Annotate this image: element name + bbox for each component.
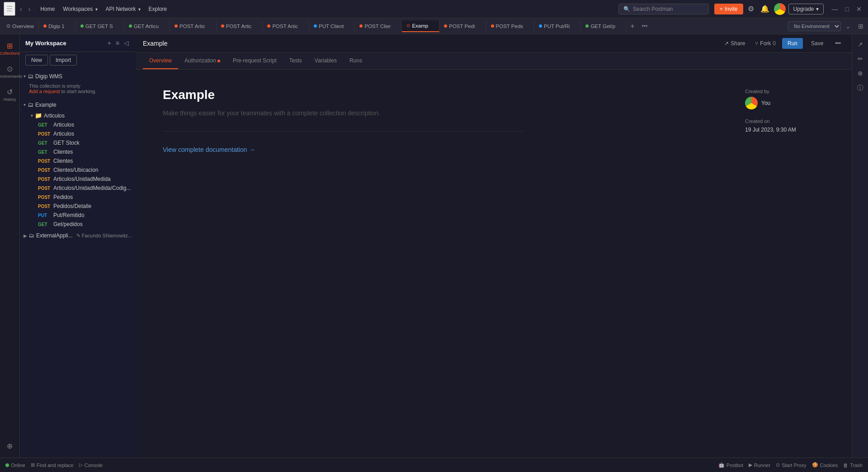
avatar[interactable] xyxy=(774,3,786,15)
hamburger-menu-button[interactable]: ☰ xyxy=(4,2,15,16)
right-graph-icon[interactable]: ⊗ xyxy=(855,67,866,80)
nav-api-network[interactable]: API Network ▾ xyxy=(102,4,144,14)
tab-get-articu[interactable]: GET Articu ✕ xyxy=(124,21,170,32)
nav-home[interactable]: Home xyxy=(37,4,58,14)
tab-overview[interactable]: Overview xyxy=(143,53,178,69)
layout-toggle-button[interactable]: ⊞ xyxy=(855,21,866,32)
find-replace-button[interactable]: ⊞ Find and replace xyxy=(31,462,74,468)
share-button[interactable]: ↗ Share xyxy=(721,38,749,48)
request-post-articulos-unidadmedida-codig[interactable]: POST Articulos/UnidadMedida/Codig... xyxy=(20,184,136,193)
more-options-button[interactable]: ••• xyxy=(831,38,844,48)
divider xyxy=(163,131,524,132)
request-get-articulos[interactable]: GET Articulos xyxy=(20,120,136,129)
request-post-clientes[interactable]: POST Clientes xyxy=(20,156,136,165)
request-get-stock[interactable]: GET GET Stock xyxy=(20,138,136,147)
request-post-pedidos[interactable]: POST Pedidos xyxy=(20,193,136,202)
cookies-button[interactable]: 🍪 Cookies xyxy=(812,462,838,468)
right-edit-icon[interactable]: ✏ xyxy=(855,52,866,65)
sidebar-extensions-button[interactable]: ⊕ xyxy=(3,438,16,454)
request-get-pedidos[interactable]: GET Get/pedidos xyxy=(20,220,136,229)
tab-pre-request[interactable]: Pre-request Script xyxy=(226,53,283,69)
collection-empty-state: This collection is empty Add a request t… xyxy=(20,81,136,98)
tab-post-artic1[interactable]: POST Artic ✕ xyxy=(170,21,217,32)
close-button[interactable]: ✕ xyxy=(854,5,864,14)
tab-variables[interactable]: Variables xyxy=(308,53,343,69)
trash-button[interactable]: 🗑 Trash xyxy=(843,463,863,468)
add-request-link[interactable]: Add a request xyxy=(29,89,60,94)
import-button[interactable]: Import xyxy=(50,55,77,66)
tab-dot xyxy=(267,24,270,28)
add-tab-button[interactable]: + xyxy=(627,19,638,33)
tab-post-peds[interactable]: POST Peds ✕ xyxy=(486,21,535,32)
minimize-button[interactable]: — xyxy=(829,5,841,14)
tab-examp[interactable]: ⊙ Examp ✕ xyxy=(402,20,439,32)
request-post-pedidos-detalle[interactable]: POST Pedidos/Detalle xyxy=(20,202,136,211)
tab-authorization[interactable]: Authorization xyxy=(178,53,226,69)
folder-articulos-header[interactable]: ▾ 📁 Articulos xyxy=(20,111,136,120)
tab-post-artic3[interactable]: POST Artic ✕ xyxy=(263,21,309,32)
notifications-button[interactable]: 🔔 xyxy=(759,3,771,15)
environment-dropdown[interactable]: No Environment xyxy=(788,21,841,31)
right-info-icon[interactable]: ⓘ xyxy=(854,81,866,95)
tab-post-clier[interactable]: POST Clier ✕ xyxy=(355,21,402,32)
tab-post-artic2[interactable]: POST Artic ✕ xyxy=(217,21,263,32)
fork-icon: ⑂ xyxy=(755,40,758,47)
sidebar-collapse-button[interactable]: ◁ xyxy=(123,38,130,48)
method-badge: PUT xyxy=(38,213,51,218)
console-button[interactable]: ▷ Console xyxy=(79,462,103,468)
add-collection-button[interactable]: + xyxy=(106,38,113,48)
fork-button[interactable]: ⑂ Fork 0 xyxy=(751,38,779,48)
request-post-articulos[interactable]: POST Articulos xyxy=(20,129,136,138)
runner-button[interactable]: ▶ Runner xyxy=(749,462,770,468)
settings-button[interactable]: ⚙ xyxy=(746,3,756,15)
bottom-left: Online ⊞ Find and replace ▷ Console xyxy=(5,462,103,468)
tab-tests[interactable]: Tests xyxy=(283,53,308,69)
extensions-icon: ⊕ xyxy=(7,442,13,450)
more-tabs-button[interactable]: ••• xyxy=(638,20,651,32)
tab-get-getp[interactable]: GET Get/p ✕ xyxy=(581,21,627,32)
forward-button[interactable]: › xyxy=(26,4,33,14)
run-button[interactable]: Run xyxy=(782,38,803,49)
invite-button[interactable]: + Invite xyxy=(714,4,743,14)
search-bar[interactable]: 🔍 Search Postman xyxy=(618,4,709,14)
tab-digip1[interactable]: Digip 1 ✕ xyxy=(39,21,76,32)
tab-dot xyxy=(80,24,84,28)
upgrade-button[interactable]: Upgrade ▾ xyxy=(788,4,824,14)
collection-digip-wms-header[interactable]: ▾ 🗂 Digip WMS xyxy=(20,71,136,81)
request-get-clientes[interactable]: GET Clientes xyxy=(20,147,136,156)
external-app-item[interactable]: ▶ 🗂 ExternalAppli... ✎ Facundo Shlamowit… xyxy=(20,231,136,241)
maximize-button[interactable]: □ xyxy=(843,5,852,14)
tab-overview[interactable]: ⊙ Overview xyxy=(2,20,39,32)
fork-count: 0 xyxy=(773,40,776,47)
new-button[interactable]: New xyxy=(25,55,48,66)
method-badge: POST xyxy=(38,186,51,191)
tab-runs[interactable]: Runs xyxy=(343,53,368,69)
env-settings-button[interactable]: ⌄ xyxy=(843,21,854,32)
sidebar-icons: ⊞ Collections ⊙ Environments ↺ History ⊕ xyxy=(0,34,20,458)
tab-put-client[interactable]: PUT Client ✕ xyxy=(309,21,355,32)
tab-dot xyxy=(43,24,47,28)
nav-workspaces[interactable]: Workspaces ▾ xyxy=(59,4,101,14)
collection-example-header[interactable]: ▾ 🗂 Example xyxy=(20,99,136,110)
right-share-icon[interactable]: ↗ xyxy=(855,38,866,51)
request-post-articulos-unidadmedida[interactable]: POST Articulos/UnidadMedida xyxy=(20,175,136,184)
folder-icon: 📁 xyxy=(35,112,42,119)
view-docs-link[interactable]: View complete documentation → xyxy=(163,146,255,153)
to-start-text: to start working. xyxy=(61,89,97,94)
workspace-name[interactable]: My Workspace xyxy=(25,40,66,47)
method-badge: POST xyxy=(38,195,51,200)
nav-explore[interactable]: Explore xyxy=(145,4,171,14)
start-proxy-button[interactable]: ⊙ Start Proxy xyxy=(776,462,806,468)
back-button[interactable]: ‹ xyxy=(17,4,25,14)
request-put-remitido[interactable]: PUT Put/Remitido xyxy=(20,211,136,220)
tab-post-pedi[interactable]: POST Pedi ✕ xyxy=(439,21,486,32)
tab-get-get-s[interactable]: GET GET S ✕ xyxy=(76,21,124,32)
postbot-button[interactable]: 🤖 Postbot xyxy=(718,462,743,468)
online-status[interactable]: Online xyxy=(5,463,25,468)
sidebar-history-button[interactable]: ↺ History xyxy=(0,84,20,105)
request-post-clientes-ubicacion[interactable]: POST Clientes/Ubicacion xyxy=(20,165,136,175)
tab-put-putr[interactable]: PUT Put/Ri ✕ xyxy=(534,21,581,32)
sidebar-content: ▾ 🗂 Digip WMS This collection is empty A… xyxy=(20,68,136,458)
sidebar-more-button[interactable]: ≡ xyxy=(114,38,121,48)
save-button[interactable]: Save xyxy=(806,38,829,49)
